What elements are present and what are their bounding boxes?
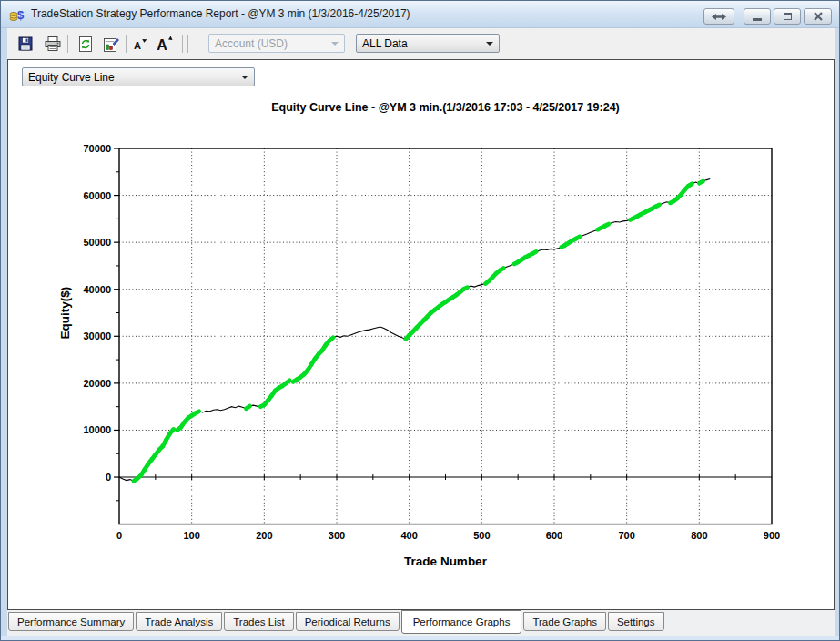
- svg-text:Equity Curve Line - @YM 3 min.: Equity Curve Line - @YM 3 min.(1/3/2016 …: [271, 101, 620, 114]
- svg-text:0: 0: [116, 530, 122, 541]
- data-range-combo-value: ALL Data: [362, 37, 408, 50]
- svg-text:40000: 40000: [83, 284, 111, 295]
- svg-text:0: 0: [106, 472, 111, 483]
- svg-text:$: $: [17, 8, 25, 22]
- minimize-icon: [753, 18, 762, 21]
- svg-text:10000: 10000: [83, 424, 111, 435]
- tab-trades-list[interactable]: Trades List: [224, 612, 293, 631]
- svg-text:A: A: [157, 37, 167, 53]
- toolbar-separator: [182, 35, 183, 53]
- title-bar[interactable]: $ TradeStation Strategy Performance Repo…: [1, 1, 839, 28]
- print-icon: [44, 36, 62, 52]
- graph-type-combo-value: Equity Curve Line: [28, 71, 115, 84]
- svg-text:20000: 20000: [83, 378, 111, 389]
- app-coins-icon: $: [9, 7, 25, 23]
- graph-type-combo[interactable]: Equity Curve Line: [22, 67, 255, 86]
- decrease-font-icon: A: [131, 36, 149, 52]
- window-bottom-border: [1, 636, 839, 640]
- print-button[interactable]: [42, 33, 64, 55]
- toolbar-separator: [126, 35, 127, 53]
- report-properties-icon: [102, 36, 120, 53]
- tab-trade-graphs[interactable]: Trade Graphs: [523, 612, 606, 631]
- svg-text:700: 700: [618, 530, 634, 541]
- svg-text:100: 100: [183, 530, 199, 541]
- report-properties-button[interactable]: [100, 33, 122, 55]
- save-icon: [17, 36, 34, 52]
- svg-text:70000: 70000: [83, 143, 111, 154]
- toolbar-separator: [187, 35, 188, 53]
- tab-periodical-returns[interactable]: Periodical Returns: [296, 612, 400, 631]
- svg-text:900: 900: [764, 530, 780, 541]
- toolbar: A A Account (USD) ALL Data: [7, 28, 835, 59]
- tab-bar: Performance Summary Trade Analysis Trade…: [7, 610, 835, 636]
- close-button[interactable]: [804, 8, 832, 25]
- increase-font-button[interactable]: A: [153, 33, 175, 55]
- chevron-down-icon: [331, 42, 339, 46]
- window-title: TradeStation Strategy Performance Report…: [31, 7, 410, 20]
- svg-text:500: 500: [473, 530, 490, 541]
- toolbar-separator: [67, 35, 68, 53]
- svg-text:A: A: [134, 40, 141, 51]
- svg-text:600: 600: [546, 530, 562, 541]
- performance-report-window: $ TradeStation Strategy Performance Repo…: [0, 0, 840, 641]
- tab-performance-graphs[interactable]: Performance Graphs: [401, 610, 522, 634]
- maximize-button[interactable]: [774, 8, 801, 25]
- resize-horizontal-button[interactable]: [703, 8, 734, 25]
- chevron-down-icon: [241, 76, 248, 79]
- refresh-report-icon: [77, 36, 94, 53]
- refresh-report-button[interactable]: [75, 33, 96, 55]
- save-button[interactable]: [15, 33, 36, 55]
- svg-text:Trade Number: Trade Number: [404, 555, 488, 568]
- svg-text:Equity($): Equity($): [58, 287, 72, 340]
- maximize-icon: [784, 13, 792, 20]
- data-range-combo[interactable]: ALL Data: [356, 34, 500, 53]
- close-icon: [814, 12, 823, 21]
- svg-text:50000: 50000: [83, 237, 111, 248]
- svg-text:400: 400: [400, 530, 417, 541]
- tab-performance-summary[interactable]: Performance Summary: [8, 612, 134, 631]
- svg-text:30000: 30000: [83, 331, 111, 341]
- minimize-button[interactable]: [744, 8, 771, 25]
- svg-text:300: 300: [329, 530, 345, 541]
- equity-chart: 0100002000030000400005000060000700000100…: [8, 60, 834, 609]
- increase-font-icon: A: [154, 35, 174, 53]
- account-combo: Account (USD): [208, 34, 345, 53]
- chevron-down-icon: [486, 42, 493, 46]
- resize-horizontal-icon: [712, 13, 726, 21]
- svg-text:200: 200: [256, 530, 272, 541]
- svg-text:800: 800: [691, 530, 707, 541]
- tab-trade-analysis[interactable]: Trade Analysis: [136, 612, 222, 631]
- account-combo-value: Account (USD): [215, 37, 288, 50]
- report-content: 0100002000030000400005000060000700000100…: [7, 59, 835, 610]
- decrease-font-button[interactable]: A: [129, 33, 151, 55]
- tab-settings[interactable]: Settings: [608, 612, 664, 631]
- svg-text:60000: 60000: [83, 190, 111, 201]
